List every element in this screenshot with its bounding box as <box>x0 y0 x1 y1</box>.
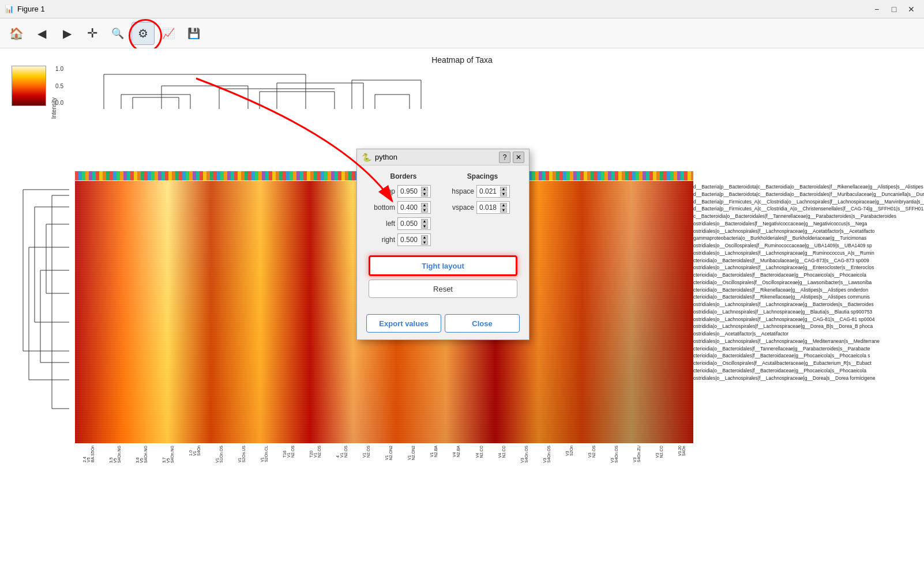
yaxis-labels: d__Bacteria|p__Bacteroidota|c__Bacteroid… <box>693 181 924 443</box>
left-value: 0.050 <box>400 220 418 228</box>
xlabel-13: N2.ON2V1 <box>385 446 393 460</box>
xlabel-1: BA.S5OnV52.4 <box>82 446 95 462</box>
vspace-increment[interactable]: ▲ <box>500 203 507 207</box>
bottom-spinbox[interactable]: 0.400 ▲ ▼ <box>397 201 431 214</box>
xlabel-6: S1On.OSV1 <box>215 446 223 463</box>
colorbar-bot-label: 0.0 <box>55 100 63 106</box>
dialog-content: Borders top 0.950 ▲ ▼ bottom 0.400 <box>357 165 529 309</box>
vspace-decrement[interactable]: ▼ <box>500 208 507 213</box>
minimize-button[interactable]: − <box>869 2 885 16</box>
xaxis-container: BA.S5OnV52.4 S4On.NGV53.5 S4On.NGV53.6 S… <box>75 443 693 553</box>
yaxis-label-4: d__Bacteria|p__Firmicutes_A|c__Clostridi… <box>693 205 924 213</box>
hspace-spinbox[interactable]: 0.021 ▲ ▼ <box>476 185 510 198</box>
xlabel-8: S2On.CLV1 <box>260 446 268 462</box>
yaxis-label-23: cterioidia|o__Bacteroidales|f__Tannerell… <box>693 345 924 353</box>
save-icon: 💾 <box>187 27 200 40</box>
zoom-button[interactable]: 🔍 <box>106 22 129 45</box>
left-spinbox-arrows: ▲ ▼ <box>421 219 428 229</box>
pan-button[interactable]: ✛ <box>81 22 104 45</box>
borders-title: Borders <box>366 172 441 180</box>
yaxis-label-18: ostrididia|o__Lachnospirales|f__Lachnosp… <box>693 308 924 316</box>
xlabel-10: N2.OSV1T20 <box>309 446 321 458</box>
dialog-footer: Export values Close <box>357 309 529 339</box>
xlabel-26: S4OnV3.20 <box>678 446 686 456</box>
tight-layout-button[interactable]: Tight layout <box>369 255 517 276</box>
title-bar-controls: − □ ✕ <box>869 2 919 16</box>
reset-button[interactable]: Reset <box>369 280 517 298</box>
right-increment[interactable]: ▲ <box>421 235 428 240</box>
dendrogram-top-svg <box>75 63 693 109</box>
restore-button[interactable]: □ <box>886 2 902 16</box>
export-values-button[interactable]: Export values <box>366 314 441 333</box>
top-increment[interactable]: ▲ <box>421 187 428 191</box>
left-decrement[interactable]: ▼ <box>421 224 428 229</box>
top-decrement[interactable]: ▼ <box>421 192 428 197</box>
hspace-label: hspace <box>445 187 474 195</box>
top-row: top 0.950 ▲ ▼ <box>366 185 441 198</box>
vspace-value: 0.018 <box>479 203 497 212</box>
left-row: left 0.050 ▲ ▼ <box>366 217 441 230</box>
dialog-titlebar: 🐍 python ? ✕ <box>357 149 529 165</box>
close-button[interactable]: Close <box>445 314 520 333</box>
bottom-decrement[interactable]: ▼ <box>421 208 428 213</box>
zoom-icon: 🔍 <box>111 27 124 40</box>
yaxis-label-1: d__Bacteria|p__Bacteroidota|c__Bacteroid… <box>693 183 924 191</box>
dialog-titlebar-right: ? ✕ <box>499 152 524 163</box>
xlabel-2: S4On.NGV53.5 <box>109 446 121 463</box>
hspace-increment[interactable]: ▲ <box>500 187 507 191</box>
dendrogram-top <box>75 63 693 109</box>
yaxis-label: d__Bacteria|p__Bacteroidota|c__Bacteroid… <box>693 181 924 382</box>
back-icon: ◀ <box>37 27 46 40</box>
xlabel-4: S4On.NGV53.7 <box>162 446 174 463</box>
home-icon: 🏠 <box>9 27 24 40</box>
tight-layout-section: Tight layout Reset <box>366 255 520 303</box>
vspace-row: vspace 0.018 ▲ ▼ <box>445 201 520 214</box>
bottom-increment[interactable]: ▲ <box>421 203 428 207</box>
left-increment[interactable]: ▲ <box>421 219 428 224</box>
top-label: top <box>366 187 395 195</box>
back-button[interactable]: ◀ <box>30 22 53 45</box>
xlabel-23: S4On.OSV3 <box>610 446 618 463</box>
hspace-decrement[interactable]: ▼ <box>500 192 507 197</box>
pan-icon: ✛ <box>87 26 97 41</box>
right-spinbox[interactable]: 0.500 ▲ ▼ <box>397 233 431 246</box>
settings-icon: ⚙ <box>138 27 148 40</box>
yaxis-label-5: c__Bacteroidia|o__Bacteroidales|f__Tanne… <box>693 213 924 220</box>
left-spinbox[interactable]: 0.050 ▲ ▼ <box>397 217 431 230</box>
close-window-button[interactable]: ✕ <box>903 2 919 16</box>
yaxis-label-14: cterioidia|o__Oscillospirales|f__Oscillo… <box>693 279 924 286</box>
top-spinbox[interactable]: 0.950 ▲ ▼ <box>397 185 431 198</box>
top-value: 0.950 <box>400 187 418 195</box>
home-button[interactable]: 🏠 <box>5 22 28 45</box>
trend-button[interactable]: 📈 <box>157 22 180 45</box>
trend-icon: 📈 <box>162 27 175 40</box>
yaxis-label-7: ostridiales|o__Lachnospirales|f__Lachnos… <box>693 228 924 235</box>
colorbar-labels: 1.0 0.5 0.0 <box>55 66 63 106</box>
xlabel-11: N2.OSV14 <box>336 446 348 458</box>
dialog: 🐍 python ? ✕ Borders top 0.950 ▲ ▼ <box>356 149 529 340</box>
dialog-close-titlebar-button[interactable]: ✕ <box>513 152 524 163</box>
yaxis-label-12: ostridiales|o__Lachnospirales|f__Lachnos… <box>693 264 924 271</box>
yaxis-label-17: ostridiales|o__Lachnospirales|f__Lachnos… <box>693 301 924 308</box>
vspace-spinbox[interactable]: 0.018 ▲ ▼ <box>476 201 510 214</box>
dialog-two-cols: Borders top 0.950 ▲ ▼ bottom 0.400 <box>366 172 520 250</box>
xlabel-25: N2.COV3 <box>655 446 663 458</box>
xlabel-9: N2.OSV1T16 <box>283 446 295 458</box>
xlabel-21: S2OnV3 <box>565 446 573 456</box>
hspace-spinbox-arrows: ▲ ▼ <box>500 187 507 197</box>
xlabel-19: S4On.OSV3 <box>520 446 528 463</box>
dialog-title: python <box>375 153 397 161</box>
xlabel-17: N2.COV4 <box>475 446 483 458</box>
right-decrement[interactable]: ▼ <box>421 240 428 245</box>
forward-button[interactable]: ▶ <box>55 22 78 45</box>
save-button[interactable]: 💾 <box>182 22 205 45</box>
right-value: 0.500 <box>400 236 418 244</box>
yaxis-label-27: ostridiales|o__Lachnospirales|f__Lachnos… <box>693 375 924 382</box>
spacings-col: Spacings hspace 0.021 ▲ ▼ vspace 0.018 <box>445 172 520 250</box>
settings-button[interactable]: ⚙ <box>132 22 155 45</box>
yaxis-label-26: cterioidia|o__Bacteroidales|f__Bacteroid… <box>693 367 924 375</box>
colorbar-area: Intensity 1.0 0.5 0.0 <box>12 66 63 112</box>
hspace-value: 0.021 <box>479 187 497 195</box>
xlabel-5: S4OnV11.0 <box>189 446 201 456</box>
dialog-question-button[interactable]: ? <box>499 152 510 163</box>
